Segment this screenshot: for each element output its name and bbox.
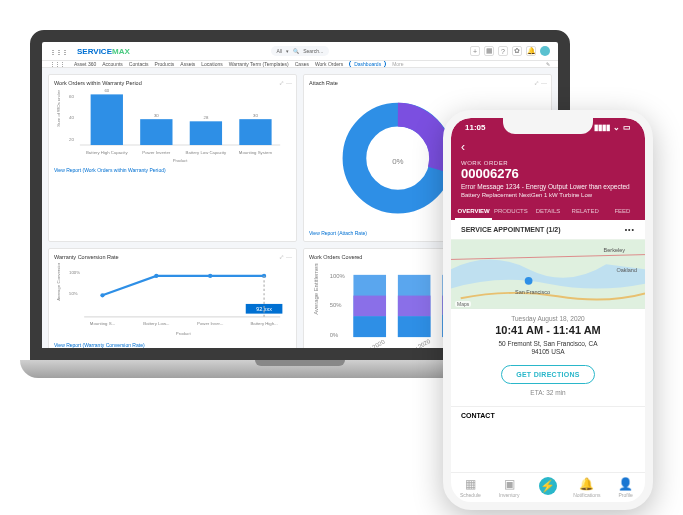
- svg-rect-9: [190, 121, 222, 145]
- back-icon[interactable]: ‹: [461, 140, 465, 154]
- nav-workorders[interactable]: Work Orders: [315, 61, 343, 67]
- svg-text:30: 30: [253, 113, 258, 118]
- segment-tabs: OVERVIEW PRODUCTS DETAILS RELATED FEED: [451, 204, 645, 220]
- appointment-header: SERVICE APPOINTMENT (1/2) •••: [451, 220, 645, 239]
- svg-text:February 2020: February 2020: [395, 338, 432, 360]
- svg-text:100%: 100%: [330, 273, 346, 279]
- svg-rect-46: [398, 296, 431, 317]
- svg-point-26: [100, 293, 104, 297]
- svg-text:Mounting System: Mounting System: [239, 150, 273, 155]
- get-directions-button[interactable]: GET DIRECTIONS: [501, 365, 595, 384]
- global-search[interactable]: All ▾ 🔍 Search...: [271, 46, 330, 56]
- person-icon: 👤: [606, 477, 645, 491]
- nav-bar: ‹: [451, 136, 645, 160]
- app-name[interactable]: Asset 360: [74, 61, 96, 67]
- apps-icon[interactable]: ▦: [484, 46, 494, 56]
- tab-products[interactable]: PRODUCTS: [492, 204, 529, 220]
- nav-products[interactable]: Products: [155, 61, 175, 67]
- map-provider: Maps: [455, 301, 471, 307]
- tab-overview[interactable]: OVERVIEW: [455, 204, 492, 220]
- tab-details[interactable]: DETAILS: [529, 204, 566, 220]
- svg-text:100%: 100%: [69, 270, 80, 275]
- wifi-icon: ⌄: [613, 123, 620, 132]
- line-chart: Average Conversion Rate 100%50% 92.xxx M…: [54, 263, 291, 338]
- tab-related[interactable]: RELATED: [567, 204, 604, 220]
- card-wo-warranty: ⤢ ⋯ Work Orders within Warranty Period S…: [48, 74, 297, 242]
- wo-label: WORK ORDER: [461, 160, 635, 166]
- card-title: Work Orders within Warranty Period: [54, 80, 291, 86]
- svg-text:50%: 50%: [69, 292, 78, 297]
- tab-bar: ▦Schedule ▣Inventory ⚡ 🔔Notifications 👤P…: [451, 472, 645, 502]
- svg-text:0%: 0%: [330, 332, 339, 338]
- box-icon: ▣: [490, 477, 529, 491]
- svg-rect-47: [398, 317, 431, 338]
- search-placeholder: Search...: [303, 48, 323, 54]
- tab-profile[interactable]: 👤Profile: [606, 477, 645, 498]
- card-menu-icon[interactable]: ⤢ ⋯: [279, 253, 292, 260]
- svg-text:Average Entitlement Rate: Average Entitlement Rate: [313, 263, 319, 315]
- svg-text:60: 60: [104, 89, 109, 93]
- phone-notch: [503, 118, 593, 134]
- svg-point-59: [525, 277, 533, 285]
- tab-notifications[interactable]: 🔔Notifications: [567, 477, 606, 498]
- svg-text:30: 30: [154, 113, 159, 118]
- svg-text:Mounting S...: Mounting S...: [90, 322, 115, 327]
- contact-section: CONTACT: [451, 406, 645, 419]
- appt-date: Tuesday August 18, 2020: [461, 315, 635, 322]
- tab-schedule[interactable]: ▦Schedule: [451, 477, 490, 498]
- tab-inventory[interactable]: ▣Inventory: [490, 477, 529, 498]
- card-menu-icon[interactable]: ⤢ ⋯: [534, 79, 547, 86]
- brand-logo: SERVICEMAX: [77, 47, 130, 56]
- settings-icon[interactable]: ✿: [512, 46, 522, 56]
- tab-action[interactable]: ⚡: [529, 477, 568, 498]
- map-city-sf: San Francisco: [515, 289, 550, 295]
- svg-text:Power Inver...: Power Inver...: [197, 322, 223, 327]
- card-link[interactable]: View Report (Work Orders within Warranty…: [54, 167, 291, 173]
- svg-point-27: [154, 274, 158, 278]
- map-view[interactable]: Maps San Francisco Oakland Berkeley: [451, 239, 645, 309]
- wo-number: 00006276: [461, 166, 635, 181]
- svg-text:Battery Low Capacity: Battery Low Capacity: [186, 150, 227, 155]
- svg-text:Battery High...: Battery High...: [250, 322, 277, 327]
- search-scope[interactable]: All: [277, 48, 283, 54]
- more-icon[interactable]: •••: [625, 226, 635, 233]
- nav-warranty[interactable]: Warranty Term (Templates): [229, 61, 289, 67]
- wo-message: Error Message 1234 - Energy Output Lower…: [461, 183, 635, 190]
- phone-screen: 11:05 ▮▮▮▮ ⌄ ▭ ‹ WORK ORDER 00006276 Err…: [451, 118, 645, 502]
- nav-contacts[interactable]: Contacts: [129, 61, 149, 67]
- map-city-brk: Berkeley: [604, 247, 625, 253]
- calendar-icon: ▦: [451, 477, 490, 491]
- wo-tags: Battery Replacement NextGen 1 kW Turbine…: [461, 192, 635, 198]
- nav-accounts[interactable]: Accounts: [102, 61, 123, 67]
- bar-chart-wo: Sum of WOs under Warranty 604020 60 30 2…: [54, 89, 291, 164]
- signal-icon: ▮▮▮▮: [594, 123, 610, 132]
- tab-feed[interactable]: FEED: [604, 204, 641, 220]
- nav-tabs: ⋮⋮⋮ Asset 360 Accounts Contacts Products…: [42, 61, 558, 68]
- nav-more[interactable]: More: [392, 61, 403, 67]
- help-icon[interactable]: ?: [498, 46, 508, 56]
- eta-label: ETA: 32 min: [461, 389, 635, 396]
- bolt-icon: ⚡: [539, 477, 557, 495]
- edit-icon[interactable]: ✎: [546, 61, 550, 67]
- svg-text:Product: Product: [173, 158, 189, 163]
- svg-text:28: 28: [204, 115, 209, 120]
- svg-text:60: 60: [69, 94, 74, 99]
- bell-icon[interactable]: 🔔: [526, 46, 536, 56]
- avatar-icon[interactable]: [540, 46, 550, 56]
- nav-locations[interactable]: Locations: [201, 61, 222, 67]
- svg-text:20: 20: [69, 137, 74, 142]
- svg-rect-11: [239, 119, 271, 145]
- map-city-oak: Oakland: [617, 267, 638, 273]
- nav-assets[interactable]: Assets: [180, 61, 195, 67]
- appointment-body: Tuesday August 18, 2020 10:41 AM - 11:41…: [451, 309, 645, 402]
- battery-icon: ▭: [623, 123, 631, 132]
- app-launcher-icon[interactable]: ⋮⋮⋮: [50, 48, 68, 55]
- waffle-icon[interactable]: ⋮⋮⋮: [50, 61, 65, 67]
- card-link[interactable]: View Report (Warranty Conversion Rate): [54, 342, 291, 348]
- nav-dashboards[interactable]: Dashboards: [349, 61, 386, 68]
- nav-cases[interactable]: Cases: [295, 61, 309, 67]
- card-menu-icon[interactable]: ⤢ ⋯: [279, 79, 292, 86]
- plus-icon[interactable]: +: [470, 46, 480, 56]
- svg-text:0%: 0%: [392, 157, 403, 166]
- svg-text:Product: Product: [176, 331, 192, 336]
